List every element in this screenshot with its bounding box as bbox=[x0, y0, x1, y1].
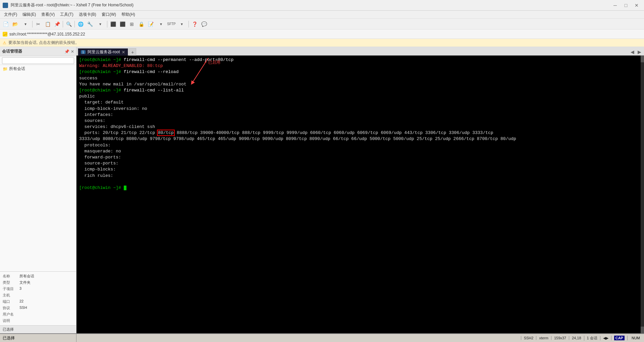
terminal-line: interfaces: bbox=[79, 112, 638, 118]
scrollbar-up[interactable] bbox=[641, 56, 644, 62]
prop-val-host bbox=[19, 293, 73, 298]
banner-icon: ⚠ bbox=[3, 41, 6, 45]
tab-label: 阿里云服务器-root bbox=[88, 49, 120, 55]
toolbar-help[interactable]: ❓ bbox=[190, 20, 199, 28]
sidebar-pin-icon[interactable]: 📌 bbox=[64, 49, 69, 54]
tab-nav-left-icon[interactable]: ◀ bbox=[629, 49, 636, 55]
menu-window[interactable]: 窗口(W) bbox=[99, 11, 119, 18]
minimize-button[interactable]: ─ bbox=[610, 2, 620, 9]
tab-nav-right: ◀ ▶ bbox=[629, 49, 643, 55]
window-title: 阿里云服务器-root - root@chiwin:~ - Xshell 7 (… bbox=[11, 2, 133, 8]
toolbar-open[interactable]: 📂 bbox=[11, 20, 19, 28]
terminal-line: success bbox=[79, 75, 638, 81]
arrow-svg bbox=[190, 58, 210, 85]
toolbar-sep1 bbox=[32, 21, 33, 27]
toolbar-dropdown4[interactable]: ▾ bbox=[176, 20, 187, 28]
status-ssh: SSH2 bbox=[521, 336, 536, 340]
menu-help[interactable]: 帮助(H) bbox=[119, 11, 138, 18]
scrollbar-down[interactable] bbox=[641, 327, 644, 333]
terminal-line: forward-ports: bbox=[79, 154, 638, 160]
title-bar: 阿里云服务器-root - root@chiwin:~ - Xshell 7 (… bbox=[0, 0, 644, 11]
toolbar-dropdown1[interactable]: ▾ bbox=[20, 20, 31, 28]
menu-edit[interactable]: 编辑(E) bbox=[20, 11, 39, 18]
title-bar-left: 阿里云服务器-root - root@chiwin:~ - Xshell 7 (… bbox=[3, 2, 133, 8]
nav-right-icon[interactable]: ▶ bbox=[606, 336, 608, 340]
menu-view[interactable]: 查看(V) bbox=[39, 11, 57, 18]
status-selected: 已选择 bbox=[0, 334, 76, 342]
toolbar-sftp[interactable]: SFTP bbox=[167, 20, 176, 28]
terminal-scrollbar[interactable] bbox=[641, 56, 644, 333]
sidebar-search-input[interactable] bbox=[2, 57, 74, 64]
sidebar-props: 名称 所有会话 类型 文件夹 子项目 3 主机 端口 22 协议 SSH bbox=[0, 271, 76, 325]
toolbar-resize[interactable]: ⊞ bbox=[127, 20, 136, 28]
menu-tabs[interactable]: 选项卡(B) bbox=[76, 11, 99, 18]
status-sessions: 1 会话 bbox=[584, 336, 600, 341]
status-term: xterm bbox=[536, 336, 551, 340]
toolbar-script[interactable]: 📝 bbox=[146, 20, 155, 28]
prop-key-host: 主机 bbox=[3, 293, 19, 298]
prop-desc: 说明 bbox=[0, 318, 76, 324]
status-sessions-text: 1 会话 bbox=[587, 336, 597, 341]
toolbar-paste[interactable]: 📌 bbox=[53, 20, 61, 28]
toolbar-settings[interactable]: 🔧 bbox=[86, 20, 94, 28]
terminal-line: services: dhcpv6-client ssh bbox=[79, 124, 638, 130]
scrollbar-track bbox=[641, 62, 644, 327]
toolbar-dropdown3[interactable]: ▾ bbox=[156, 20, 166, 28]
status-size-text: 159x37 bbox=[554, 336, 566, 340]
annotation: → 已启用 bbox=[203, 60, 220, 66]
toolbar-green[interactable]: ⬛ bbox=[118, 20, 127, 28]
sidebar-search-area bbox=[0, 56, 76, 65]
toolbar-stop[interactable]: ⬛ bbox=[109, 20, 117, 28]
prop-val-port: 22 bbox=[19, 299, 73, 304]
prop-name: 名称 所有会话 bbox=[0, 273, 76, 279]
address-bar: 🔑 ssh://root:*************@47.101.155.25… bbox=[0, 29, 644, 39]
menu-tools[interactable]: 工具(T) bbox=[57, 11, 76, 18]
menu-file[interactable]: 文件(F) bbox=[1, 11, 20, 18]
sidebar-header-icons: 📌 ✕ bbox=[64, 49, 74, 54]
prop-val-subitem: 3 bbox=[19, 286, 73, 291]
toolbar-new[interactable]: 📄 bbox=[1, 20, 10, 28]
terminal-line: protocols: bbox=[79, 142, 638, 148]
prop-val-type: 文件夹 bbox=[19, 280, 73, 285]
toolbar-dropdown2[interactable]: ▾ bbox=[95, 20, 106, 28]
terminal-line: icmp-block-inversion: no bbox=[79, 106, 638, 112]
toolbar-lock[interactable]: 🔒 bbox=[137, 20, 146, 28]
terminal[interactable]: [root@chiwin ~]# firewall-cmd --permanen… bbox=[76, 56, 641, 333]
main-layout: 会话管理器 📌 ✕ 📁 所有会话 名称 所有会话 类型 文件夹 bbox=[0, 47, 644, 333]
sidebar-close-icon[interactable]: ✕ bbox=[71, 49, 74, 54]
toolbar-sep2 bbox=[63, 21, 63, 27]
prop-protocol: 协议 SSH bbox=[0, 305, 76, 311]
tab-close-icon[interactable]: ✕ bbox=[122, 50, 125, 55]
sidebar-header: 会话管理器 📌 ✕ bbox=[0, 47, 76, 56]
toolbar-search[interactable]: 🔍 bbox=[64, 20, 73, 28]
terminal-ports-line: ports: 20/tcp 21/tcp 22/tcp 80/tcp 8888/… bbox=[79, 130, 638, 136]
terminal-line: source-ports: bbox=[79, 160, 638, 166]
nav-left-icon[interactable]: ◀ bbox=[603, 336, 606, 340]
toolbar-info[interactable]: 💬 bbox=[200, 20, 208, 28]
close-button[interactable]: ✕ bbox=[632, 2, 641, 9]
toolbar-globe[interactable]: 🌐 bbox=[76, 20, 85, 28]
maximize-button[interactable]: □ bbox=[621, 2, 631, 9]
prop-key-subitem: 子项目 bbox=[3, 286, 19, 291]
menu-bar: 文件(F) 编辑(E) 查看(V) 工具(T) 选项卡(B) 窗口(W) 帮助(… bbox=[0, 11, 644, 19]
address-text: ssh://root:*************@47.101.155.252:… bbox=[9, 32, 85, 37]
sidebar-title: 会话管理器 bbox=[2, 49, 22, 54]
tree-item-label: 所有会话 bbox=[9, 66, 25, 72]
terminal-line: Warning: ALREADY_ENABLED: 80:tcp bbox=[79, 63, 638, 69]
tab-bar: 1 阿里云服务器-root ✕ + ◀ ▶ bbox=[76, 47, 644, 56]
sidebar-item-all-sessions[interactable]: 📁 所有会话 bbox=[0, 65, 76, 73]
tab-number: 1 bbox=[81, 50, 86, 54]
window-controls: ─ □ ✕ bbox=[610, 2, 641, 9]
prop-val-name: 所有会话 bbox=[19, 274, 73, 279]
toolbar-copy[interactable]: 📋 bbox=[43, 20, 52, 28]
folder-icon: 📁 bbox=[3, 67, 8, 71]
tab-add-button[interactable]: + bbox=[129, 48, 136, 56]
terminal-line: [root@chiwin ~]# firewall-cmd --list-all bbox=[79, 87, 638, 93]
toolbar-cut[interactable]: ✂ bbox=[34, 20, 43, 28]
status-right: SSH2 xterm 159x37 24,18 1 会话 ◀ ▶ CAP NUM bbox=[76, 336, 644, 341]
terminal-wrap: [root@chiwin ~]# firewall-cmd --permanen… bbox=[76, 56, 644, 333]
prop-val-protocol: SSH bbox=[19, 305, 73, 311]
tab-nav-right-icon[interactable]: ▶ bbox=[636, 49, 643, 55]
status-position: 24,18 bbox=[569, 336, 584, 340]
tab-1[interactable]: 1 阿里云服务器-root ✕ bbox=[78, 48, 128, 56]
